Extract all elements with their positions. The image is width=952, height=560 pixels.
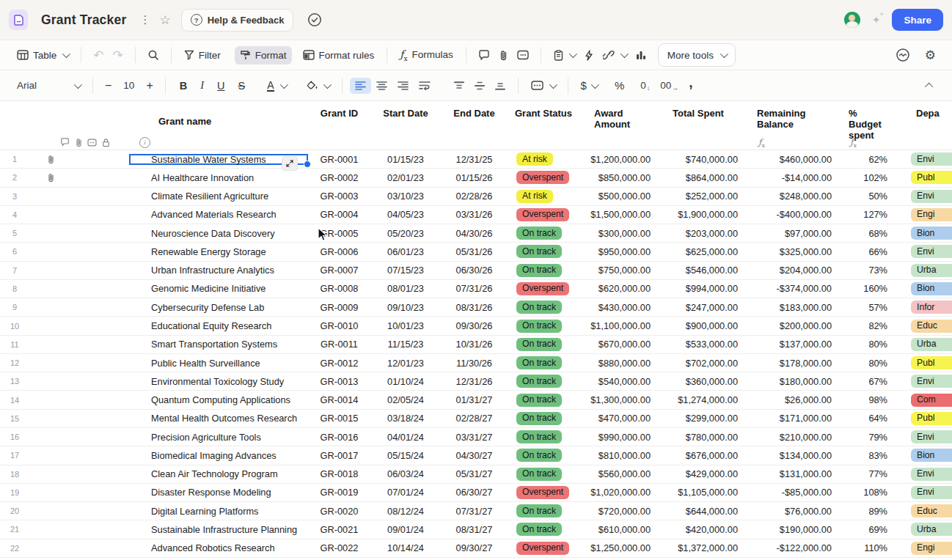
cell-start-date[interactable]: 09/01/24 — [370, 524, 441, 535]
cell-total-spent[interactable]: $676,000.00 — [654, 450, 742, 461]
cell-award-amount[interactable]: $560,000.00 — [579, 468, 654, 479]
cell-total-spent[interactable]: $644,000.00 — [654, 506, 742, 517]
table-row[interactable]: 21 Sustainable Infrastructure Planning G… — [0, 520, 952, 539]
cell-grant-name[interactable]: Cybersecurity Defense Lab — [129, 302, 308, 313]
cell-start-date[interactable]: 06/03/24 — [370, 468, 441, 479]
text-color-button[interactable]: A — [262, 76, 290, 95]
selection-handle[interactable] — [304, 161, 311, 168]
doc-icon[interactable] — [9, 10, 28, 30]
cell-end-date[interactable]: 12/31/26 — [441, 376, 508, 387]
cell-remaining-balance[interactable]: $325,000.00 — [742, 246, 836, 257]
cell-grant-status[interactable]: Overspent — [508, 282, 579, 295]
cell-budget-spent[interactable]: 89% — [836, 506, 904, 517]
cell-grant-id[interactable]: GR-0017 — [308, 450, 370, 461]
format-rules-button[interactable]: Format rules — [298, 46, 380, 65]
comma-format-button[interactable]: , — [684, 75, 697, 91]
cell-grant-id[interactable]: GR-0020 — [308, 506, 370, 517]
cell-grant-id[interactable]: GR-0004 — [308, 209, 370, 220]
cell-remaining-balance[interactable]: $97,000.00 — [742, 228, 836, 239]
table-row[interactable]: 11 Smart Transportation Systems GR-0011 … — [0, 336, 952, 354]
cell-grant-name[interactable]: Precision Agriculture Tools — [129, 432, 308, 443]
cell-grant-id[interactable]: GR-0021 — [308, 524, 370, 535]
cell-remaining-balance[interactable]: $190,000.00 — [742, 524, 836, 535]
cell-total-spent[interactable]: $247,000.00 — [654, 302, 742, 313]
comment-button[interactable] — [474, 47, 494, 64]
cell-grant-id[interactable]: GR-0013 — [308, 376, 370, 387]
cell-end-date[interactable]: 08/31/26 — [441, 302, 508, 313]
align-right-button[interactable] — [392, 78, 414, 94]
increase-decimal-button[interactable]: 00→ — [655, 78, 684, 93]
cell-budget-spent[interactable]: 127% — [836, 209, 904, 220]
row-number[interactable]: 22 — [0, 539, 29, 557]
cell-department[interactable]: Envi — [904, 468, 952, 481]
cell-remaining-balance[interactable]: $171,000.00 — [742, 413, 836, 424]
cell-remaining-balance[interactable]: $210,000.00 — [742, 432, 836, 443]
cell-start-date[interactable]: 07/15/23 — [370, 265, 441, 276]
cell-department[interactable]: Envi — [904, 486, 952, 499]
cell-department[interactable]: Envi — [904, 375, 952, 388]
cell-start-date[interactable]: 03/10/23 — [370, 191, 441, 202]
cell-grant-status[interactable]: On track — [508, 394, 579, 407]
table-row[interactable]: 17 Biomedical Imaging Advances GR-0017 0… — [0, 446, 952, 465]
row-number[interactable]: 20 — [0, 502, 29, 520]
cell-grant-id[interactable]: GR-0015 — [308, 413, 370, 424]
cell-department[interactable]: Envi — [904, 430, 952, 443]
chart-button[interactable] — [631, 47, 651, 63]
cell-budget-spent[interactable]: 50% — [836, 191, 904, 202]
cell-department[interactable]: Com — [904, 394, 952, 407]
cell-budget-spent[interactable]: 62% — [836, 154, 904, 165]
cell-budget-spent[interactable]: 102% — [836, 172, 904, 183]
doc-menu-icon[interactable]: ⋮ — [139, 13, 150, 26]
cell-total-spent[interactable]: $994,000.00 — [654, 283, 742, 294]
sync-status-icon[interactable] — [307, 12, 323, 28]
currency-format-button[interactable]: $ — [576, 77, 602, 94]
row-number[interactable]: 6 — [0, 243, 29, 260]
cell-award-amount[interactable]: $470,000.00 — [579, 413, 654, 424]
row-number[interactable]: 9 — [0, 298, 29, 316]
cell-department[interactable]: Publ — [904, 356, 952, 369]
cell-grant-id[interactable]: GR-0019 — [308, 487, 370, 498]
table-row[interactable]: 20 Digital Learning Platforms GR-0020 08… — [0, 502, 952, 520]
col-header-total-spent[interactable]: Total Spent — [654, 108, 742, 135]
cell-start-date[interactable]: 08/12/24 — [370, 506, 441, 517]
cell-grant-id[interactable]: GR-0010 — [308, 320, 370, 331]
cell-grant-name[interactable]: Sustainable Water Systems — [129, 154, 308, 165]
cell-total-spent[interactable]: $1,274,000.00 — [654, 394, 742, 405]
col-header-grant-id[interactable]: Grant ID — [308, 108, 370, 135]
cell-end-date[interactable]: 04/30/26 — [441, 228, 508, 239]
col-header-budget-spent[interactable]: % Budget spent — [836, 108, 904, 135]
ai-sparkle-icon[interactable]: ✦✦ — [872, 14, 881, 26]
bold-button[interactable]: B — [173, 78, 194, 94]
cell-end-date[interactable]: 06/30/26 — [441, 265, 508, 276]
row-number[interactable]: 19 — [0, 484, 29, 501]
cell-grant-name[interactable]: Disaster Response Modeling — [129, 487, 308, 498]
settings-gear-icon[interactable]: ⚙ — [920, 45, 940, 66]
cell-grant-id[interactable]: GR-0009 — [308, 302, 370, 313]
row-number[interactable]: 2 — [0, 169, 29, 186]
valign-middle-button[interactable] — [469, 78, 490, 94]
cell-grant-status[interactable]: On track — [508, 430, 579, 443]
cell-end-date[interactable]: 11/30/26 — [441, 358, 508, 369]
underline-button[interactable]: U — [210, 78, 231, 94]
cell-grant-status[interactable]: On track — [508, 375, 579, 388]
cell-award-amount[interactable]: $720,000.00 — [579, 506, 654, 517]
cell-start-date[interactable]: 10/01/23 — [370, 320, 441, 331]
cell-remaining-balance[interactable]: $131,000.00 — [742, 468, 836, 479]
cell-award-amount[interactable]: $1,020,000.00 — [579, 487, 654, 498]
automation-button[interactable] — [580, 47, 598, 64]
cell-start-date[interactable]: 05/15/24 — [370, 450, 441, 461]
cell-department[interactable]: Infor — [904, 301, 952, 314]
cell-start-date[interactable]: 04/05/23 — [370, 209, 441, 220]
expand-row-button[interactable] — [282, 156, 298, 171]
table-row[interactable]: 2 AI Healthcare Innovation GR-0002 02/01… — [0, 169, 952, 187]
cell-grant-status[interactable]: On track — [508, 264, 579, 277]
cell-department[interactable]: Educ — [904, 320, 952, 333]
cell-budget-spent[interactable]: 108% — [836, 487, 904, 498]
cell-end-date[interactable]: 09/30/26 — [441, 320, 508, 331]
cell-grant-status[interactable]: On track — [508, 338, 579, 351]
cell-grant-id[interactable]: GR-0012 — [308, 358, 370, 369]
table-row[interactable]: 9 Cybersecurity Defense Lab GR-0009 09/1… — [0, 298, 952, 317]
cell-grant-status[interactable]: On track — [508, 226, 579, 240]
valign-bottom-button[interactable] — [490, 78, 510, 94]
cell-total-spent[interactable]: $546,000.00 — [654, 265, 742, 276]
